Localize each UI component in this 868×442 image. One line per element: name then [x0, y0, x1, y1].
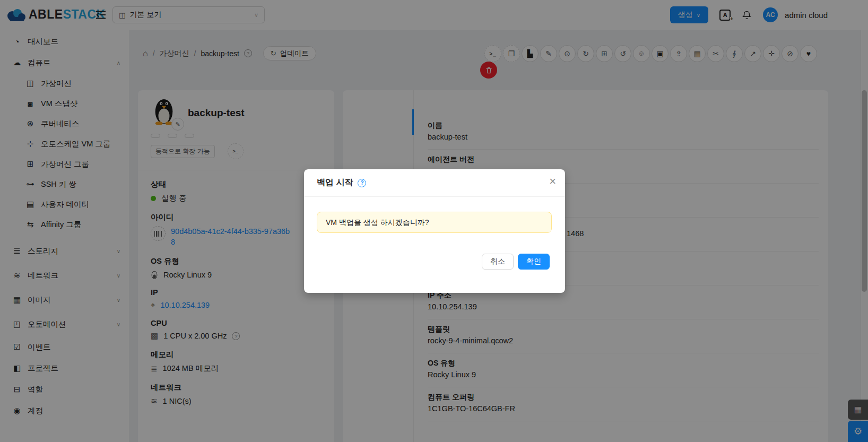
modal-title: 백업 시작	[317, 177, 353, 188]
confirm-message: VM 백업을 생성 하시겠습니까?	[326, 218, 429, 227]
ok-button[interactable]: 확인	[518, 254, 550, 270]
confirm-alert: VM 백업을 생성 하시겠습니까?	[317, 212, 552, 233]
close-icon[interactable]: ×	[549, 176, 556, 187]
start-backup-modal: 백업 시작 ? × VM 백업을 생성 하시겠습니까? 취소 확인	[304, 169, 565, 293]
cancel-button[interactable]: 취소	[482, 254, 514, 270]
help-icon[interactable]: ?	[358, 179, 366, 187]
